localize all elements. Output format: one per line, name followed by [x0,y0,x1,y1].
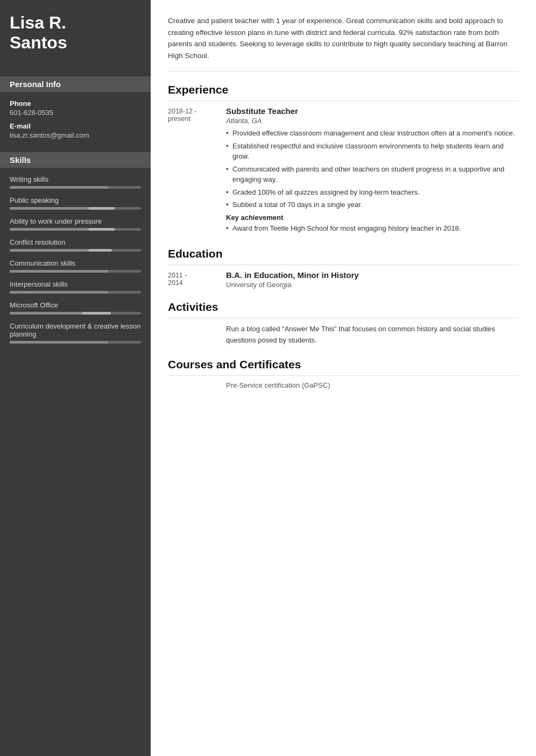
summary: Creative and patient teacher with 1 year… [168,15,519,72]
bullet-item: Established respectful and inclusive cla… [226,141,519,162]
skills-title: Skills [0,152,151,168]
main-content: Creative and patient teacher with 1 year… [151,0,536,756]
skill-name: Conflict resolution [10,238,141,246]
education-dates: 2011 -2014 [168,270,216,289]
email-value: lisa.zr.santos@gmail.com [10,131,141,139]
degree-title: B.A. in Education, Minor in History [226,270,359,280]
skill-bar [10,312,141,315]
bullet-item: Communicated with parents and other teac… [226,164,519,185]
personal-info-title: Personal Info [0,76,151,92]
courses-section: Courses and Certificates Pre-Service cer… [168,358,519,389]
courses-title: Courses and Certificates [168,358,519,376]
skill-bar [10,341,141,344]
school-name: University of Georgia [226,281,359,289]
entry-dates: 2018-12 -present [168,106,216,236]
courses-text: Pre-Service certification (GaPSC) [168,381,519,389]
bullet-item: Provided effective classroom management … [226,128,519,139]
skills-section: Skills Writing skillsPublic speakingAbil… [10,152,141,344]
skill-bar [10,207,141,210]
skill-name: Microsoft Office [10,301,141,309]
skill-item: Curriculum development & creative lesson… [10,322,141,344]
skill-name: Ability to work under pressure [10,217,141,225]
skills-list: Writing skillsPublic speakingAbility to … [10,175,141,344]
skill-item: Communication skills [10,259,141,273]
skill-item: Ability to work under pressure [10,217,141,231]
entry-content: Substitute TeacherAtlanta, GAProvided ef… [226,106,519,236]
skill-bar [10,249,141,252]
skill-bar [10,270,141,273]
skill-item: Conflict resolution [10,238,141,252]
bullet-item: Subbed a total of 70 days in a single ye… [226,199,519,210]
experience-section: Experience 2018-12 -presentSubstitute Te… [168,83,519,236]
education-content: B.A. in Education, Minor in HistoryUnive… [226,270,359,289]
activities-section: Activities Run a blog called “Answer Me … [168,301,519,346]
personal-info-section: Personal Info Phone 601-628-0535 E-mail … [10,76,141,139]
education-title: Education [168,247,519,265]
key-achievement-list: Award from Teetle High School for most e… [226,223,519,234]
experience-entry: 2018-12 -presentSubstitute TeacherAtlant… [168,106,519,236]
skill-item: Interpersonal skills [10,280,141,294]
education-section: Education 2011 -2014B.A. in Education, M… [168,247,519,289]
key-achievement-item: Award from Teetle High School for most e… [226,223,519,234]
experience-list: 2018-12 -presentSubstitute TeacherAtlant… [168,106,519,236]
email-label: E-mail [10,122,141,130]
skill-item: Public speaking [10,196,141,210]
activities-text: Run a blog called “Answer Me This” that … [168,324,519,346]
bullet-item: Graded 100% of all quizzes assigned by l… [226,187,519,198]
skill-bar [10,228,141,231]
skill-item: Microsoft Office [10,301,141,315]
sidebar: Lisa R. Santos Personal Info Phone 601-6… [0,0,151,756]
experience-title: Experience [168,83,519,101]
skill-name: Curriculum development & creative lesson… [10,322,141,338]
skill-name: Writing skills [10,175,141,183]
candidate-name: Lisa R. Santos [10,13,141,63]
skill-bar [10,186,141,189]
activities-title: Activities [168,301,519,318]
phone-value: 601-628-0535 [10,109,141,117]
job-location: Atlanta, GA [226,117,519,125]
job-bullets: Provided effective classroom management … [226,128,519,210]
job-title: Substitute Teacher [226,106,519,116]
education-entry: 2011 -2014B.A. in Education, Minor in Hi… [168,270,519,289]
skill-item: Writing skills [10,175,141,189]
key-achievement-label: Key achievement [226,213,519,222]
skill-bar [10,291,141,294]
skill-name: Interpersonal skills [10,280,141,288]
skill-name: Communication skills [10,259,141,267]
phone-label: Phone [10,99,141,108]
education-list: 2011 -2014B.A. in Education, Minor in Hi… [168,270,519,289]
skill-name: Public speaking [10,196,141,204]
